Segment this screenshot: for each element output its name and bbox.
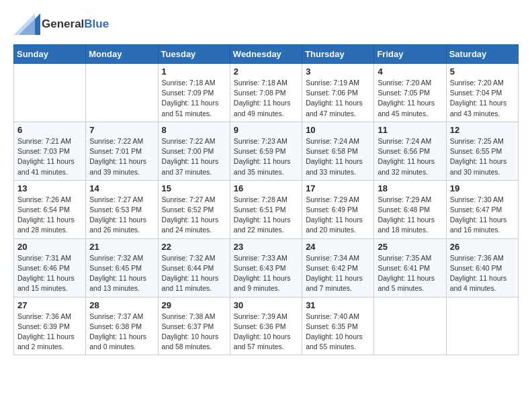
day-cell: 11Sunrise: 7:24 AM Sunset: 6:56 PM Dayli… xyxy=(374,122,446,180)
day-info: Sunrise: 7:18 AM Sunset: 7:08 PM Dayligh… xyxy=(234,78,298,119)
day-info: Sunrise: 7:36 AM Sunset: 6:40 PM Dayligh… xyxy=(450,253,515,294)
calendar: SundayMondayTuesdayWednesdayThursdayFrid… xyxy=(13,44,519,355)
day-cell: 23Sunrise: 7:33 AM Sunset: 6:43 PM Dayli… xyxy=(230,238,302,297)
day-number: 20 xyxy=(17,242,82,252)
weekday-header-thursday: Thursday xyxy=(302,45,374,64)
day-number: 21 xyxy=(89,242,154,252)
day-cell: 4Sunrise: 7:20 AM Sunset: 7:05 PM Daylig… xyxy=(374,64,446,122)
day-info: Sunrise: 7:20 AM Sunset: 7:05 PM Dayligh… xyxy=(378,78,442,119)
day-info: Sunrise: 7:24 AM Sunset: 6:56 PM Dayligh… xyxy=(378,136,442,177)
day-number: 8 xyxy=(162,125,226,135)
day-info: Sunrise: 7:18 AM Sunset: 7:09 PM Dayligh… xyxy=(162,78,226,119)
day-cell: 6Sunrise: 7:21 AM Sunset: 7:03 PM Daylig… xyxy=(14,122,86,180)
day-info: Sunrise: 7:26 AM Sunset: 6:54 PM Dayligh… xyxy=(17,195,82,236)
day-number: 16 xyxy=(234,183,298,193)
day-info: Sunrise: 7:24 AM Sunset: 6:58 PM Dayligh… xyxy=(306,136,370,177)
day-number: 7 xyxy=(89,125,154,135)
day-number: 3 xyxy=(306,66,370,77)
day-cell: 27Sunrise: 7:36 AM Sunset: 6:39 PM Dayli… xyxy=(14,297,86,355)
day-cell: 24Sunrise: 7:34 AM Sunset: 6:42 PM Dayli… xyxy=(302,238,374,297)
day-cell: 16Sunrise: 7:28 AM Sunset: 6:51 PM Dayli… xyxy=(230,180,302,238)
day-cell: 13Sunrise: 7:26 AM Sunset: 6:54 PM Dayli… xyxy=(14,180,86,238)
day-info: Sunrise: 7:32 AM Sunset: 6:45 PM Dayligh… xyxy=(89,253,154,294)
day-info: Sunrise: 7:21 AM Sunset: 7:03 PM Dayligh… xyxy=(17,136,82,177)
day-cell: 22Sunrise: 7:32 AM Sunset: 6:44 PM Dayli… xyxy=(158,238,230,297)
day-cell: 8Sunrise: 7:22 AM Sunset: 7:00 PM Daylig… xyxy=(158,122,230,180)
header: GeneralBlue xyxy=(13,11,519,38)
day-cell: 9Sunrise: 7:23 AM Sunset: 6:59 PM Daylig… xyxy=(230,122,302,180)
day-cell: 14Sunrise: 7:27 AM Sunset: 6:53 PM Dayli… xyxy=(86,180,158,238)
svg-marker-1 xyxy=(13,13,35,35)
day-number: 18 xyxy=(378,183,442,193)
day-number: 28 xyxy=(89,300,154,310)
day-info: Sunrise: 7:33 AM Sunset: 6:43 PM Dayligh… xyxy=(234,253,298,294)
day-number: 4 xyxy=(378,66,442,77)
day-number: 2 xyxy=(234,66,298,77)
day-number: 25 xyxy=(378,242,442,252)
day-cell: 31Sunrise: 7:40 AM Sunset: 6:35 PM Dayli… xyxy=(302,297,374,355)
day-cell: 15Sunrise: 7:27 AM Sunset: 6:52 PM Dayli… xyxy=(158,180,230,238)
day-cell: 25Sunrise: 7:35 AM Sunset: 6:41 PM Dayli… xyxy=(374,238,446,297)
day-info: Sunrise: 7:29 AM Sunset: 6:49 PM Dayligh… xyxy=(306,195,370,236)
weekday-header-sunday: Sunday xyxy=(14,45,86,64)
day-number: 6 xyxy=(17,125,82,135)
day-number: 10 xyxy=(306,125,370,135)
day-number: 12 xyxy=(450,125,515,135)
day-info: Sunrise: 7:39 AM Sunset: 6:36 PM Dayligh… xyxy=(234,312,298,353)
weekday-header-monday: Monday xyxy=(86,45,158,64)
day-info: Sunrise: 7:36 AM Sunset: 6:39 PM Dayligh… xyxy=(17,312,82,353)
day-number: 5 xyxy=(450,66,515,77)
day-cell xyxy=(14,64,86,122)
day-info: Sunrise: 7:22 AM Sunset: 7:01 PM Dayligh… xyxy=(89,136,154,177)
day-cell: 3Sunrise: 7:19 AM Sunset: 7:06 PM Daylig… xyxy=(302,64,374,122)
logo-text: GeneralBlue xyxy=(42,18,109,31)
day-info: Sunrise: 7:19 AM Sunset: 7:06 PM Dayligh… xyxy=(306,78,370,119)
day-number: 27 xyxy=(17,300,82,310)
day-info: Sunrise: 7:22 AM Sunset: 7:00 PM Dayligh… xyxy=(162,136,226,177)
day-info: Sunrise: 7:29 AM Sunset: 6:48 PM Dayligh… xyxy=(378,195,442,236)
day-info: Sunrise: 7:27 AM Sunset: 6:53 PM Dayligh… xyxy=(89,195,154,236)
day-cell: 1Sunrise: 7:18 AM Sunset: 7:09 PM Daylig… xyxy=(158,64,230,122)
day-cell: 17Sunrise: 7:29 AM Sunset: 6:49 PM Dayli… xyxy=(302,180,374,238)
week-row-2: 13Sunrise: 7:26 AM Sunset: 6:54 PM Dayli… xyxy=(14,180,519,238)
day-number: 22 xyxy=(162,242,226,252)
day-cell: 21Sunrise: 7:32 AM Sunset: 6:45 PM Dayli… xyxy=(86,238,158,297)
day-info: Sunrise: 7:37 AM Sunset: 6:38 PM Dayligh… xyxy=(89,312,154,353)
logo-icon xyxy=(13,11,40,35)
day-cell: 26Sunrise: 7:36 AM Sunset: 6:40 PM Dayli… xyxy=(446,238,518,297)
weekday-header-saturday: Saturday xyxy=(446,45,518,64)
day-cell: 5Sunrise: 7:20 AM Sunset: 7:04 PM Daylig… xyxy=(446,64,518,122)
day-info: Sunrise: 7:40 AM Sunset: 6:35 PM Dayligh… xyxy=(306,312,370,353)
logo: GeneralBlue xyxy=(13,11,109,38)
day-cell: 30Sunrise: 7:39 AM Sunset: 6:36 PM Dayli… xyxy=(230,297,302,355)
day-info: Sunrise: 7:32 AM Sunset: 6:44 PM Dayligh… xyxy=(162,253,226,294)
day-info: Sunrise: 7:31 AM Sunset: 6:46 PM Dayligh… xyxy=(17,253,82,294)
day-cell: 19Sunrise: 7:30 AM Sunset: 6:47 PM Dayli… xyxy=(446,180,518,238)
day-number: 23 xyxy=(234,242,298,252)
day-number: 1 xyxy=(162,66,226,77)
week-row-1: 6Sunrise: 7:21 AM Sunset: 7:03 PM Daylig… xyxy=(14,122,519,180)
day-number: 15 xyxy=(162,183,226,193)
day-cell: 12Sunrise: 7:25 AM Sunset: 6:55 PM Dayli… xyxy=(446,122,518,180)
day-number: 29 xyxy=(162,300,226,310)
day-info: Sunrise: 7:25 AM Sunset: 6:55 PM Dayligh… xyxy=(450,136,515,177)
page: GeneralBlue SundayMondayTuesdayWednesday… xyxy=(0,0,532,366)
day-info: Sunrise: 7:20 AM Sunset: 7:04 PM Dayligh… xyxy=(450,78,515,119)
day-cell: 2Sunrise: 7:18 AM Sunset: 7:08 PM Daylig… xyxy=(230,64,302,122)
weekday-header-row: SundayMondayTuesdayWednesdayThursdayFrid… xyxy=(14,45,519,64)
day-cell xyxy=(374,297,446,355)
day-number: 24 xyxy=(306,242,370,252)
day-cell xyxy=(446,297,518,355)
day-info: Sunrise: 7:23 AM Sunset: 6:59 PM Dayligh… xyxy=(234,136,298,177)
day-cell: 10Sunrise: 7:24 AM Sunset: 6:58 PM Dayli… xyxy=(302,122,374,180)
weekday-header-friday: Friday xyxy=(374,45,446,64)
weekday-header-tuesday: Tuesday xyxy=(158,45,230,64)
week-row-3: 20Sunrise: 7:31 AM Sunset: 6:46 PM Dayli… xyxy=(14,238,519,297)
week-row-4: 27Sunrise: 7:36 AM Sunset: 6:39 PM Dayli… xyxy=(14,297,519,355)
day-number: 26 xyxy=(450,242,515,252)
day-cell: 20Sunrise: 7:31 AM Sunset: 6:46 PM Dayli… xyxy=(14,238,86,297)
day-cell: 29Sunrise: 7:38 AM Sunset: 6:37 PM Dayli… xyxy=(158,297,230,355)
day-number: 17 xyxy=(306,183,370,193)
day-cell: 7Sunrise: 7:22 AM Sunset: 7:01 PM Daylig… xyxy=(86,122,158,180)
day-cell: 18Sunrise: 7:29 AM Sunset: 6:48 PM Dayli… xyxy=(374,180,446,238)
